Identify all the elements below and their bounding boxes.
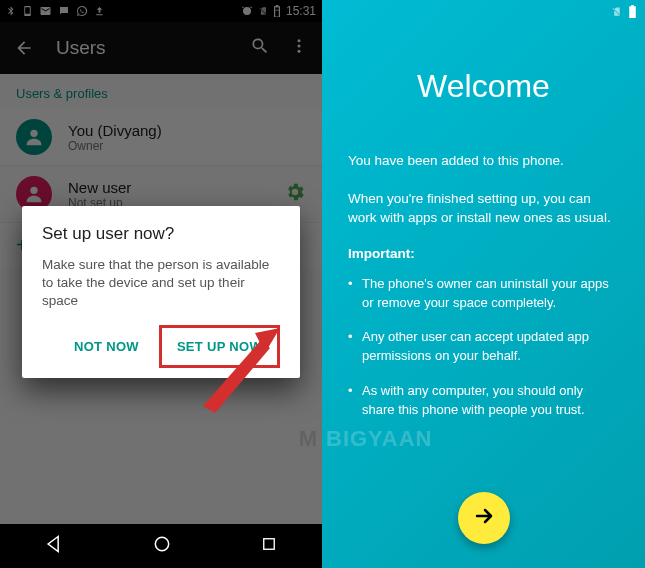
bullet-item: The phone's owner can uninstall your app…: [348, 275, 619, 313]
welcome-bullets: The phone's owner can uninstall your app…: [348, 275, 619, 420]
setup-dialog: Set up user now? Make sure that the pers…: [22, 206, 300, 378]
bullet-item: Any other user can accept updated app pe…: [348, 328, 619, 366]
important-label: Important:: [348, 246, 619, 261]
nav-home-icon[interactable]: [152, 534, 172, 558]
left-screenshot: 15:31 Users Users & profiles You (Di: [0, 0, 322, 568]
set-up-now-button[interactable]: SET UP NOW: [167, 331, 272, 362]
no-sim-icon: [611, 5, 622, 18]
right-screenshot: Welcome You have been added to this phon…: [322, 0, 645, 568]
nav-back-icon[interactable]: [44, 534, 64, 558]
dialog-body: Make sure that the person is available t…: [42, 256, 280, 311]
watermark: BIGYAAN: [326, 426, 432, 452]
svg-rect-9: [264, 539, 275, 550]
svg-point-8: [155, 537, 168, 550]
bullet-item: As with any computer, you should only sh…: [348, 382, 619, 420]
welcome-p2: When you're finished setting up, you can…: [348, 189, 619, 228]
welcome-title: Welcome: [348, 68, 619, 105]
nav-recents-icon[interactable]: [260, 535, 278, 557]
dialog-title: Set up user now?: [42, 224, 280, 244]
not-now-button[interactable]: NOT NOW: [64, 325, 149, 368]
annotation-highlight: SET UP NOW: [159, 325, 280, 368]
status-bar: [322, 0, 645, 22]
battery-icon: [628, 5, 637, 18]
arrow-right-icon: [472, 504, 496, 532]
welcome-p1: You have been added to this phone.: [348, 151, 619, 171]
android-navbar: [0, 524, 322, 568]
continue-fab[interactable]: [458, 492, 510, 544]
